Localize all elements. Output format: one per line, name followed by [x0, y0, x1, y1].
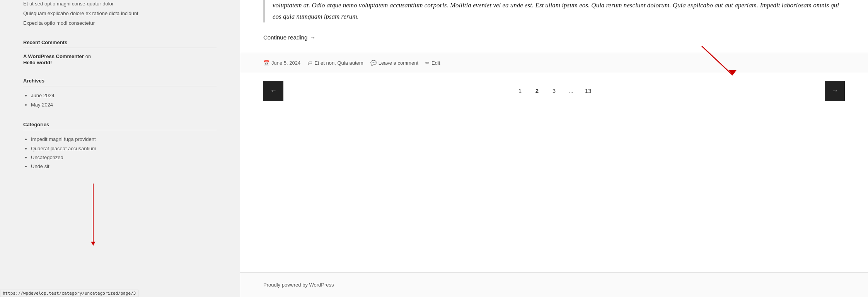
post-date-value: June 5, 2024 [271, 60, 300, 66]
edit-icon: ✏ [425, 60, 430, 66]
category-link-3[interactable]: Uncategorized [31, 155, 63, 160]
post-comment: 💬 Leave a comment [370, 60, 418, 66]
post-date: 📅 June 5, 2024 [263, 60, 300, 66]
post-meta: 📅 June 5, 2024 🏷 Et et non, Quia autem 💬… [240, 53, 868, 73]
sidebar-categories-title: Categories [23, 122, 217, 130]
list-item[interactable]: Quaerat placeat accusantium [31, 144, 217, 153]
pagination-wrapper: ← 1 2 3 ... 13 → [240, 73, 868, 109]
archive-link-june[interactable]: June 2024 [31, 93, 55, 98]
category-link-2[interactable]: Quaerat placeat accusantium [31, 146, 96, 151]
article-section: voluptatem at. Odio atque nemo voluptate… [240, 0, 868, 53]
sidebar-post-item-2: Quisquam explicabo dolore ex ratione dic… [23, 10, 217, 18]
sidebar-categories-list: Impedit magni fuga provident Quaerat pla… [23, 135, 217, 171]
pagination-pages: 1 2 3 ... 13 [283, 82, 825, 100]
pagination: ← 1 2 3 ... 13 → [240, 73, 868, 109]
continue-reading-link[interactable]: Continue reading → [263, 34, 315, 41]
sidebar-recent-comments-section: Recent Comments A WordPress Commenter on… [23, 39, 217, 65]
article-body: voluptatem at. Odio atque nemo voluptate… [263, 0, 845, 22]
category-link-4[interactable]: Unde sit [31, 163, 49, 169]
post-tags-link[interactable]: Et et non, Quia autem [314, 60, 363, 66]
post-tags: 🏷 Et et non, Quia autem [307, 60, 363, 66]
main-content: voluptatem at. Odio atque nemo voluptate… [240, 0, 868, 297]
calendar-icon: 📅 [263, 60, 269, 66]
tag-icon: 🏷 [307, 60, 312, 66]
sidebar-post-item-3: Expedita optio modi consectetur [23, 19, 217, 27]
list-item[interactable]: Unde sit [31, 162, 217, 171]
pagination-page-1[interactable]: 1 [512, 82, 529, 100]
sidebar: Et ut sed optio magni conse-quatur dolor… [0, 0, 240, 297]
pagination-prev-button[interactable]: ← [263, 81, 283, 101]
category-link-1[interactable]: Impedit magni fuga provident [31, 136, 96, 142]
pagination-page-3[interactable]: 3 [546, 82, 563, 100]
prev-arrow-icon: ← [270, 87, 277, 95]
url-bar: https://wpdevelop.test/category/uncatego… [0, 290, 138, 297]
post-edit: ✏ Edit [425, 60, 440, 66]
list-item[interactable]: June 2024 [31, 91, 217, 100]
sidebar-recent-posts: Et ut sed optio magni conse-quatur dolor… [23, 0, 217, 27]
next-arrow-icon: → [831, 87, 838, 95]
continue-reading-label: Continue reading [263, 34, 307, 41]
sidebar-archives-section: Archives June 2024 May 2024 [23, 78, 217, 109]
sidebar-categories-section: Categories Impedit magni fuga provident … [23, 122, 217, 171]
powered-by-text: Proudly powered by WordPress [263, 282, 845, 288]
annotation-arrow [93, 184, 94, 245]
sidebar-archives-title: Archives [23, 78, 217, 86]
sidebar-post-item-1: Et ut sed optio magni conse-quatur dolor [23, 0, 217, 8]
pagination-page-13[interactable]: 13 [580, 82, 597, 100]
pagination-next-button[interactable]: → [825, 81, 845, 101]
sidebar-archives-list: June 2024 May 2024 [23, 91, 217, 109]
pagination-ellipsis: ... [563, 82, 580, 100]
list-item[interactable]: May 2024 [31, 100, 217, 109]
sidebar-comment-entry: A WordPress Commenter on Hello world! [23, 53, 217, 65]
list-item[interactable]: Uncategorized [31, 153, 217, 162]
url-bar-text: https://wpdevelop.test/category/uncatego… [3, 291, 136, 296]
edit-link[interactable]: Edit [431, 60, 440, 66]
pagination-page-2-current[interactable]: 2 [529, 82, 546, 100]
comment-post-title[interactable]: Hello world! [23, 60, 217, 65]
archive-link-may[interactable]: May 2024 [31, 102, 53, 108]
sidebar-recent-comments-title: Recent Comments [23, 39, 217, 48]
article-text: voluptatem at. Odio atque nemo voluptate… [273, 0, 845, 22]
comment-on-text: on [85, 53, 91, 59]
leave-comment-link[interactable]: Leave a comment [379, 60, 418, 66]
list-item[interactable]: Impedit magni fuga provident [31, 135, 217, 144]
comment-author: A WordPress Commenter [23, 53, 84, 59]
comment-icon: 💬 [370, 60, 377, 66]
continue-reading-arrow: → [310, 34, 315, 41]
site-footer: Proudly powered by WordPress [240, 272, 868, 297]
